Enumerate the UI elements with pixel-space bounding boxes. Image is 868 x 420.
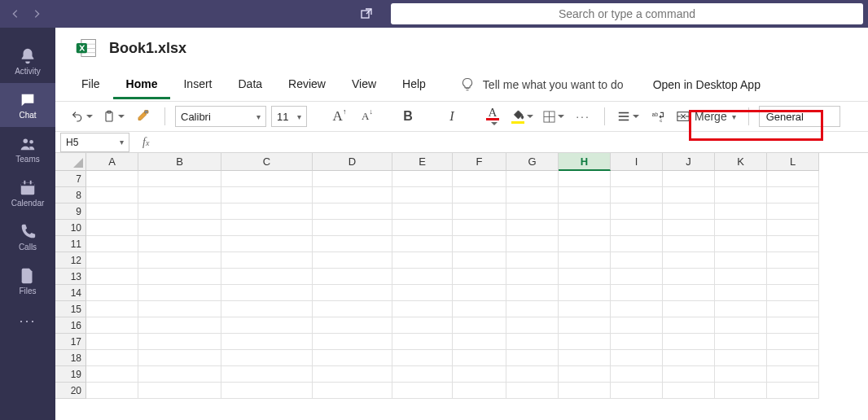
- cell[interactable]: [611, 252, 663, 269]
- cell[interactable]: [611, 269, 663, 285]
- cell[interactable]: [221, 350, 313, 366]
- cell[interactable]: [663, 301, 715, 317]
- cell[interactable]: [221, 236, 313, 252]
- cell[interactable]: [611, 317, 663, 334]
- cell[interactable]: [453, 252, 506, 269]
- cell[interactable]: [611, 301, 663, 317]
- cell[interactable]: [86, 350, 138, 366]
- more-formatting-button[interactable]: ···: [572, 105, 594, 128]
- cell[interactable]: [86, 252, 138, 269]
- spreadsheet-grid[interactable]: ABCDEFGHIJKL 7891011121314151617181920: [55, 153, 868, 420]
- cell[interactable]: [392, 350, 453, 366]
- cell[interactable]: [611, 171, 663, 187]
- cell[interactable]: [506, 220, 559, 236]
- cell[interactable]: [506, 171, 559, 187]
- cell[interactable]: [611, 366, 663, 383]
- cell[interactable]: [506, 366, 559, 383]
- cell[interactable]: [663, 203, 715, 220]
- tab-insert[interactable]: Insert: [170, 71, 225, 99]
- cell[interactable]: [767, 285, 819, 301]
- tab-file[interactable]: File: [68, 71, 113, 99]
- cell[interactable]: [767, 366, 819, 383]
- cell[interactable]: [221, 220, 313, 236]
- cell[interactable]: [86, 187, 138, 203]
- bold-button[interactable]: B: [397, 105, 419, 128]
- cell[interactable]: [663, 269, 715, 285]
- cell[interactable]: [663, 220, 715, 236]
- cell[interactable]: [767, 350, 819, 366]
- cell[interactable]: [138, 285, 221, 301]
- cell[interactable]: [392, 301, 453, 317]
- undo-button[interactable]: [68, 105, 95, 128]
- cell[interactable]: [663, 187, 715, 203]
- cell[interactable]: [138, 301, 221, 317]
- column-header-D[interactable]: D: [313, 153, 392, 171]
- cell[interactable]: [663, 252, 715, 269]
- cell[interactable]: [559, 269, 611, 285]
- cell[interactable]: [559, 350, 611, 366]
- cell[interactable]: [559, 220, 611, 236]
- cell[interactable]: [559, 383, 611, 399]
- cell[interactable]: [453, 171, 506, 187]
- cell[interactable]: [453, 317, 506, 334]
- cell[interactable]: [138, 317, 221, 334]
- cell[interactable]: [663, 285, 715, 301]
- cell[interactable]: [453, 366, 506, 383]
- back-button[interactable]: [5, 3, 26, 24]
- tab-review[interactable]: Review: [275, 71, 339, 99]
- fill-color-button[interactable]: [509, 105, 536, 128]
- row-header-16[interactable]: 16: [55, 317, 86, 334]
- cell[interactable]: [392, 383, 453, 399]
- column-header-G[interactable]: G: [506, 153, 559, 171]
- cell[interactable]: [767, 203, 819, 220]
- cell[interactable]: [767, 317, 819, 334]
- cell[interactable]: [86, 285, 138, 301]
- cell[interactable]: [221, 285, 313, 301]
- cell[interactable]: [506, 187, 559, 203]
- rail-chat[interactable]: Chat: [0, 83, 55, 127]
- cell[interactable]: [767, 220, 819, 236]
- cell[interactable]: [453, 203, 506, 220]
- cell[interactable]: [611, 383, 663, 399]
- tell-me[interactable]: Tell me what you want to do: [454, 74, 630, 95]
- cell[interactable]: [559, 203, 611, 220]
- cell[interactable]: [663, 383, 715, 399]
- cell[interactable]: [138, 220, 221, 236]
- cell[interactable]: [138, 350, 221, 366]
- font-size-select[interactable]: 11 ▾: [271, 106, 307, 127]
- cell[interactable]: [313, 317, 392, 334]
- popout-icon[interactable]: [357, 4, 376, 24]
- cell[interactable]: [313, 285, 392, 301]
- tab-data[interactable]: Data: [225, 71, 275, 99]
- shrink-font-button[interactable]: A↓: [356, 105, 379, 128]
- cell[interactable]: [86, 203, 138, 220]
- cell[interactable]: [392, 220, 453, 236]
- cell[interactable]: [138, 334, 221, 350]
- cell[interactable]: [506, 203, 559, 220]
- cell[interactable]: [611, 203, 663, 220]
- column-header-E[interactable]: E: [392, 153, 453, 171]
- cell[interactable]: [138, 269, 221, 285]
- grow-font-button[interactable]: A↑: [328, 105, 351, 128]
- cell[interactable]: [715, 252, 767, 269]
- cell[interactable]: [313, 301, 392, 317]
- cell[interactable]: [611, 187, 663, 203]
- cell[interactable]: [506, 301, 559, 317]
- cell[interactable]: [313, 220, 392, 236]
- row-header-15[interactable]: 15: [55, 301, 86, 317]
- cell[interactable]: [767, 171, 819, 187]
- cell[interactable]: [506, 236, 559, 252]
- cell[interactable]: [611, 285, 663, 301]
- cell[interactable]: [392, 252, 453, 269]
- cell[interactable]: [86, 383, 138, 399]
- cell[interactable]: [221, 366, 313, 383]
- cell[interactable]: [663, 171, 715, 187]
- cell[interactable]: [663, 350, 715, 366]
- row-header-8[interactable]: 8: [55, 187, 86, 203]
- forward-button[interactable]: [26, 3, 47, 24]
- cell[interactable]: [506, 383, 559, 399]
- cell[interactable]: [221, 301, 313, 317]
- cell[interactable]: [506, 252, 559, 269]
- rail-files[interactable]: Files: [0, 259, 55, 303]
- cell[interactable]: [86, 334, 138, 350]
